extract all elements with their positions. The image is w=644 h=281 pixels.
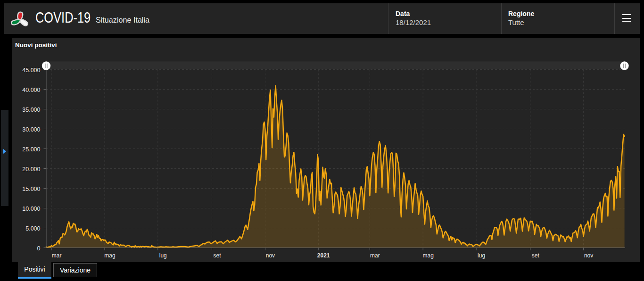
svg-text:2021: 2021 bbox=[317, 252, 330, 259]
svg-text:lug: lug bbox=[478, 252, 485, 259]
svg-text:10.000: 10.000 bbox=[22, 206, 40, 212]
svg-text:mag: mag bbox=[423, 252, 434, 259]
svg-text:set: set bbox=[532, 252, 540, 259]
svg-text:5.000: 5.000 bbox=[25, 225, 40, 232]
svg-text:set: set bbox=[213, 252, 221, 259]
svg-text:45.000: 45.000 bbox=[22, 67, 40, 74]
svg-text:35.000: 35.000 bbox=[22, 107, 40, 113]
svg-text:20.000: 20.000 bbox=[22, 166, 40, 173]
svg-text:mar: mar bbox=[370, 252, 380, 259]
svg-text:30.000: 30.000 bbox=[22, 126, 40, 133]
svg-text:lug: lug bbox=[159, 252, 167, 259]
svg-text:nov: nov bbox=[266, 252, 275, 259]
svg-text:40.000: 40.000 bbox=[22, 87, 40, 93]
svg-text:0: 0 bbox=[37, 245, 41, 252]
svg-text:nov: nov bbox=[584, 252, 593, 259]
svg-text:15.000: 15.000 bbox=[22, 186, 40, 192]
svg-text:mar: mar bbox=[52, 252, 62, 259]
svg-text:25.000: 25.000 bbox=[22, 146, 40, 153]
svg-text:mag: mag bbox=[104, 252, 115, 259]
